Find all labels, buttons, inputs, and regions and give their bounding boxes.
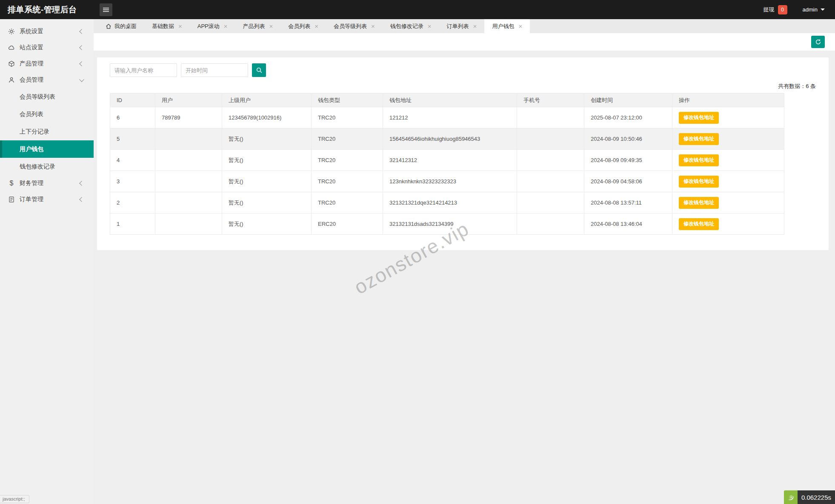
table-header-row: ID用户上级用户钱包类型钱包地址手机号创建时间操作 bbox=[110, 94, 784, 107]
cell-user bbox=[155, 192, 222, 214]
chevron-left-icon bbox=[79, 197, 84, 202]
cell-wallet-address: 321321321dqe3214214213 bbox=[383, 192, 517, 214]
sidebar-item[interactable]: 站点设置 bbox=[0, 40, 94, 56]
tab[interactable]: APP滚动 × bbox=[190, 19, 235, 33]
cell-id: 5 bbox=[110, 128, 155, 150]
cell-id: 6 bbox=[110, 107, 155, 128]
sidebar-item[interactable]: 系统设置 bbox=[0, 23, 94, 40]
cell-created: 2024-08-09 04:58:06 bbox=[584, 171, 672, 192]
sidebar-subitem[interactable]: 用户钱包 bbox=[0, 140, 94, 158]
refresh-icon bbox=[815, 39, 821, 45]
close-icon[interactable]: × bbox=[518, 23, 522, 29]
modify-wallet-address-button[interactable]: 修改钱包地址 bbox=[679, 218, 719, 230]
cell-created: 2024-08-08 13:46:04 bbox=[584, 214, 672, 235]
cell-wallet-address: 123nknhknkn32323232323 bbox=[383, 171, 517, 192]
table-row: 6 789789 123456789(1002916) TRC20 121212… bbox=[110, 107, 784, 128]
sidebar-item-label: 财务管理 bbox=[20, 179, 80, 187]
cell-wallet-type: ERC20 bbox=[312, 214, 383, 235]
tab-label: 用户钱包 bbox=[492, 23, 514, 30]
tab-label: 产品列表 bbox=[243, 23, 265, 30]
cell-parent-user: 暂无() bbox=[222, 214, 312, 235]
tab-label: APP滚动 bbox=[197, 23, 220, 30]
top-bar: 排单系统-管理后台 提现 0 admin bbox=[0, 0, 835, 19]
cell-parent-user: 暂无() bbox=[222, 128, 312, 150]
sidebar-subitem[interactable]: 会员列表 bbox=[0, 105, 94, 123]
chevron-left-icon bbox=[79, 181, 84, 185]
sidebar-submenu: 会员等级列表会员列表上下分记录用户钱包钱包修改记录 bbox=[0, 88, 94, 175]
start-time-input[interactable] bbox=[181, 63, 248, 77]
cell-created: 2024-08-09 09:49:35 bbox=[584, 150, 672, 171]
user-menu[interactable]: admin bbox=[803, 6, 825, 13]
sidebar-subitem[interactable]: 钱包修改记录 bbox=[0, 158, 94, 175]
close-icon[interactable]: × bbox=[224, 23, 228, 29]
tab[interactable]: 会员列表 × bbox=[280, 19, 326, 33]
modify-wallet-address-button[interactable]: 修改钱包地址 bbox=[679, 197, 719, 209]
cell-phone bbox=[517, 128, 584, 150]
total-count-text: 共有数据：6 条 bbox=[110, 83, 816, 90]
withdraw-link[interactable]: 提现 0 bbox=[764, 5, 787, 14]
column-header: ID bbox=[110, 94, 155, 107]
tab[interactable]: 我的桌面 bbox=[98, 19, 144, 33]
modify-wallet-address-button[interactable]: 修改钱包地址 bbox=[679, 112, 719, 124]
column-header: 钱包类型 bbox=[312, 94, 383, 107]
search-button[interactable] bbox=[252, 63, 266, 77]
cell-wallet-type: TRC20 bbox=[312, 107, 383, 128]
cell-id: 3 bbox=[110, 171, 155, 192]
sidebar-group: 系统设置 bbox=[0, 23, 94, 40]
refresh-button[interactable] bbox=[811, 36, 825, 48]
column-header: 钱包地址 bbox=[383, 94, 517, 107]
tab[interactable]: 钱包修改记录 × bbox=[383, 19, 439, 33]
sidebar-item[interactable]: 产品管理 bbox=[0, 56, 94, 72]
sidebar-item[interactable]: 会员管理 bbox=[0, 72, 94, 88]
tab[interactable]: 订单列表 × bbox=[439, 19, 485, 33]
tab[interactable]: 用户钱包 × bbox=[484, 19, 530, 33]
chevron-down-icon bbox=[79, 77, 84, 82]
page-render-time: 0.062225s bbox=[798, 490, 835, 504]
close-icon[interactable]: × bbox=[473, 23, 477, 29]
tab[interactable]: 会员等级列表 × bbox=[326, 19, 383, 33]
cell-user bbox=[155, 171, 222, 192]
chevron-left-icon bbox=[79, 29, 84, 34]
sidebar-subitem[interactable]: 会员等级列表 bbox=[0, 88, 94, 105]
cell-id: 4 bbox=[110, 150, 155, 171]
tab-label: 会员等级列表 bbox=[334, 23, 367, 30]
thinkphp-logo-icon bbox=[784, 490, 798, 504]
sidebar-item[interactable]: 订单管理 bbox=[0, 191, 94, 208]
cell-phone bbox=[517, 171, 584, 192]
table-row: 2 暂无() TRC20 321321321dqe3214214213 2024… bbox=[110, 192, 784, 214]
close-icon[interactable]: × bbox=[371, 23, 375, 29]
cell-wallet-address: 1564546546iohikhuighiuog85946543 bbox=[383, 128, 517, 150]
close-icon[interactable]: × bbox=[269, 23, 273, 29]
close-icon[interactable]: × bbox=[178, 23, 182, 29]
close-icon[interactable]: × bbox=[315, 23, 318, 29]
sidebar-group: $ 财务管理 bbox=[0, 175, 94, 191]
modify-wallet-address-button[interactable]: 修改钱包地址 bbox=[679, 154, 719, 166]
tab[interactable]: 产品列表 × bbox=[235, 19, 281, 33]
cell-wallet-address: 32132131dsads32134399 bbox=[383, 214, 517, 235]
toolbar bbox=[94, 33, 835, 51]
tab-bar: 我的桌面 基础数据 × APP滚动 × 产品列表 bbox=[94, 19, 835, 33]
hamburger-menu-button[interactable] bbox=[100, 3, 112, 16]
withdraw-count-badge: 0 bbox=[778, 5, 787, 14]
tab-label: 会员列表 bbox=[288, 23, 310, 30]
tab-label: 基础数据 bbox=[152, 23, 174, 30]
cell-created: 2025-08-07 23:12:00 bbox=[584, 107, 672, 128]
close-icon[interactable]: × bbox=[428, 23, 432, 29]
table-row: 5 暂无() TRC20 1564546546iohikhuighiuog859… bbox=[110, 128, 784, 150]
cell-parent-user: 123456789(1002916) bbox=[222, 107, 312, 128]
sidebar-item-label: 订单管理 bbox=[20, 196, 80, 203]
cell-wallet-address: 121212 bbox=[383, 107, 517, 128]
sidebar-item-label: 产品管理 bbox=[20, 60, 80, 68]
tab[interactable]: 基础数据 × bbox=[144, 19, 190, 33]
sidebar-menu: 系统设置 站点设置 产品管理 会员管理 会员等级列表会员列表上下分记录用户钱包钱… bbox=[0, 19, 94, 504]
sidebar-item[interactable]: $ 财务管理 bbox=[0, 175, 94, 191]
modify-wallet-address-button[interactable]: 修改钱包地址 bbox=[679, 176, 719, 188]
cell-id: 2 bbox=[110, 192, 155, 214]
home-icon bbox=[106, 23, 112, 29]
user-icon bbox=[8, 77, 15, 83]
username-input[interactable] bbox=[110, 63, 177, 77]
sidebar-subitem[interactable]: 上下分记录 bbox=[0, 123, 94, 140]
modify-wallet-address-button[interactable]: 修改钱包地址 bbox=[679, 133, 719, 145]
withdraw-label: 提现 bbox=[764, 6, 775, 14]
cell-id: 1 bbox=[110, 214, 155, 235]
